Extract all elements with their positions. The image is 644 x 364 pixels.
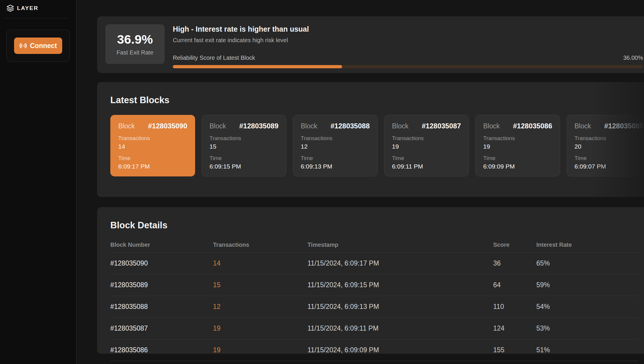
cell-interest-rate: 51% <box>536 339 638 361</box>
sidebar: LAYER Connect <box>0 0 77 364</box>
cell-block-number: #128035088 <box>110 296 213 318</box>
block-card[interactable]: Block #128035088 Transactions 12 Time 6:… <box>293 115 378 176</box>
transactions-value: 19 <box>392 143 461 150</box>
transactions-value: 12 <box>301 143 370 150</box>
table-row: #128035090 14 11/15/2024, 6:09:17 PM 36 … <box>110 253 638 274</box>
cell-timestamp: 11/15/2024, 6:09:13 PM <box>307 296 493 318</box>
latest-blocks-panel: Latest Blocks Block #128035090 Transacti… <box>97 82 644 197</box>
app-logo-text: LAYER <box>17 5 38 11</box>
col-header-block-number: Block Number <box>110 235 213 253</box>
transactions-label: Transactions <box>118 135 187 142</box>
cell-timestamp: 11/15/2024, 6:09:17 PM <box>307 253 493 274</box>
table-header-row: Block Number Transactions Timestamp Scor… <box>110 235 638 253</box>
sidebar-divider <box>5 18 69 18</box>
block-cards-row: Block #128035090 Transactions 14 Time 6:… <box>110 115 644 176</box>
cell-score: 124 <box>493 318 536 339</box>
reliability-row: Reliability Score of Latest Block 36.00% <box>173 55 643 61</box>
block-number: #128035085 <box>604 122 643 130</box>
transactions-label: Transactions <box>301 135 370 142</box>
risk-alert-title: High - Interest rate is higher than usua… <box>173 25 643 33</box>
radio-icon <box>19 42 27 50</box>
time-label: Time <box>118 155 187 161</box>
block-card-header: Block #128035087 <box>392 122 461 130</box>
transactions-label: Transactions <box>483 135 552 142</box>
cell-block-number: #128035090 <box>110 253 213 274</box>
time-value: 6:09:13 PM <box>301 163 370 170</box>
block-card[interactable]: Block #128035085 Transactions 20 Time 6:… <box>567 115 644 176</box>
cell-transactions: 15 <box>213 274 307 296</box>
table-row: #128035086 19 11/15/2024, 6:09:09 PM 155… <box>110 339 638 361</box>
time-label: Time <box>392 155 461 161</box>
risk-alert-body: High - Interest rate is higher than usua… <box>165 24 643 65</box>
cell-interest-rate: 65% <box>536 253 638 274</box>
block-number: #128035089 <box>239 122 278 130</box>
transactions-value: 15 <box>209 143 278 150</box>
block-card-header: Block #128035086 <box>483 122 552 130</box>
block-details-tbody: #128035090 14 11/15/2024, 6:09:17 PM 36 … <box>110 253 638 361</box>
transactions-label: Transactions <box>209 135 278 142</box>
cell-score: 36 <box>493 253 536 274</box>
main-content: 36.9% Fast Exit Rate High - Interest rat… <box>77 0 644 364</box>
time-label: Time <box>483 155 552 161</box>
block-card[interactable]: Block #128035086 Transactions 19 Time 6:… <box>475 115 560 176</box>
transactions-label: Transactions <box>392 135 461 142</box>
transactions-value: 14 <box>118 143 187 150</box>
time-label: Time <box>574 155 643 161</box>
block-number: #128035090 <box>148 122 187 130</box>
cell-score: 110 <box>493 296 536 318</box>
risk-alert-subtitle: Current fast exit rate indicates high ri… <box>173 37 643 44</box>
reliability-label: Reliability Score of Latest Block <box>173 55 255 61</box>
col-header-transactions: Transactions <box>213 235 307 253</box>
cell-timestamp: 11/15/2024, 6:09:09 PM <box>307 339 493 361</box>
connect-card: Connect <box>6 30 70 62</box>
cell-transactions: 14 <box>213 253 307 274</box>
cell-score: 155 <box>493 339 536 361</box>
time-label: Time <box>301 155 370 161</box>
risk-alert-card: 36.9% Fast Exit Rate High - Interest rat… <box>97 16 644 73</box>
cell-block-number: #128035089 <box>110 274 213 296</box>
time-value: 6:09:07 PM <box>574 163 643 170</box>
cell-interest-rate: 54% <box>536 296 638 318</box>
block-label: Block <box>301 122 317 130</box>
table-row: #128035089 15 11/15/2024, 6:09:15 PM 64 … <box>110 274 638 296</box>
block-card-header: Block #128035090 <box>118 122 187 130</box>
cell-transactions: 19 <box>213 339 307 361</box>
app-logo: LAYER <box>0 0 76 12</box>
col-header-interest-rate: Interest Rate <box>536 235 638 253</box>
time-value: 6:09:11 PM <box>392 163 461 170</box>
fast-exit-rate-label: Fast Exit Rate <box>116 49 153 56</box>
col-header-timestamp: Timestamp <box>307 235 493 253</box>
block-label: Block <box>483 122 500 130</box>
block-label: Block <box>392 122 408 130</box>
block-card[interactable]: Block #128035089 Transactions 15 Time 6:… <box>202 115 286 176</box>
cell-timestamp: 11/15/2024, 6:09:15 PM <box>307 274 493 296</box>
reliability-progress-fill <box>173 65 342 68</box>
connect-button[interactable]: Connect <box>14 38 62 54</box>
block-details-table: Block Number Transactions Timestamp Scor… <box>110 235 638 361</box>
reliability-value: 36.00% <box>623 55 643 61</box>
transactions-value: 20 <box>574 143 643 150</box>
block-label: Block <box>209 122 226 130</box>
cell-block-number: #128035087 <box>110 318 213 339</box>
block-number: #128035087 <box>422 122 461 130</box>
latest-blocks-title: Latest Blocks <box>110 95 644 106</box>
block-card[interactable]: Block #128035090 Transactions 14 Time 6:… <box>110 115 195 176</box>
block-number: #128035088 <box>331 122 370 130</box>
fast-exit-rate-value: 36.9% <box>117 32 153 47</box>
time-value: 6:09:17 PM <box>118 163 187 170</box>
block-card-header: Block #128035089 <box>209 122 278 130</box>
table-row: #128035088 12 11/15/2024, 6:09:13 PM 110… <box>110 296 638 318</box>
cell-score: 64 <box>493 274 536 296</box>
reliability-progress-track <box>173 65 643 68</box>
block-details-title: Block Details <box>110 220 638 231</box>
connect-button-label: Connect <box>30 42 57 50</box>
table-row: #128035087 19 11/15/2024, 6:09:11 PM 124… <box>110 318 638 339</box>
transactions-value: 19 <box>483 143 552 150</box>
block-card-header: Block #128035088 <box>301 122 370 130</box>
cell-interest-rate: 59% <box>536 274 638 296</box>
cell-timestamp: 11/15/2024, 6:09:11 PM <box>307 318 493 339</box>
time-value: 6:09:09 PM <box>483 163 552 170</box>
block-card[interactable]: Block #128035087 Transactions 19 Time 6:… <box>384 115 469 176</box>
block-number: #128035086 <box>513 122 552 130</box>
cell-block-number: #128035086 <box>110 339 213 361</box>
